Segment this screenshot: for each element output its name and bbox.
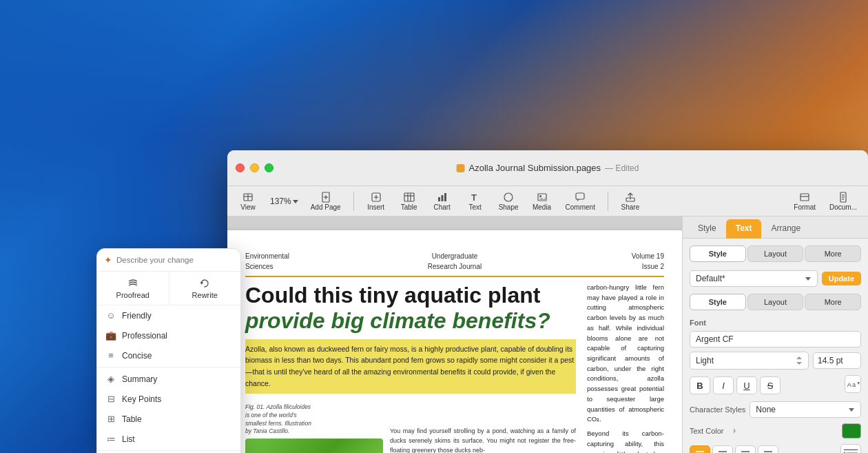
tab-arrange[interactable]: Arrange (761, 219, 810, 239)
window-title: Azolla Journal Submission.pages (469, 163, 601, 173)
ai-friendly-item[interactable]: ☺ Friendly (97, 305, 240, 325)
paragraph-style-value: Default* (696, 274, 725, 283)
update-button[interactable]: Update (822, 272, 861, 285)
svg-point-18 (504, 193, 513, 201)
zoom-control[interactable]: 137% (266, 194, 302, 208)
text-more-btn[interactable]: More (805, 294, 861, 310)
media-label: Media (533, 203, 551, 211)
right-column: carbon-hungry little fern may have playe… (587, 283, 664, 453)
svg-marker-23 (577, 199, 579, 201)
svg-rect-16 (444, 193, 446, 201)
insert-button[interactable]: Insert (361, 190, 391, 213)
ai-summary-item[interactable]: ◈ Summary (97, 369, 240, 389)
ai-panel: ✦ Proofread Rewrite ☺ Friendly 💼 Profess… (96, 248, 241, 453)
proofread-button[interactable]: Proofread (97, 272, 169, 305)
document-label: Docum... (829, 203, 857, 211)
caption-line4: by Tania Castillo. (245, 427, 383, 436)
font-size-value: 14.5 pt (818, 356, 843, 365)
view-button[interactable]: View (233, 190, 263, 213)
concise-icon: ≡ (105, 350, 116, 361)
paragraph-style-row: Default* Update (690, 270, 861, 287)
caption-line2: is one of the world's (245, 412, 383, 420)
table-label: Table (401, 203, 417, 211)
header-label-3: Volume 19 (524, 251, 664, 261)
toolbar-separator-2 (608, 192, 608, 211)
comment-button[interactable]: Comment (560, 190, 601, 213)
tab-style[interactable]: Style (688, 219, 726, 239)
table-label: Table (122, 414, 142, 424)
alignment-row (690, 444, 861, 453)
font-name-field[interactable]: Argent CF (690, 331, 861, 348)
media-button[interactable]: Media (527, 190, 557, 213)
text-style-btn[interactable]: Style (690, 294, 746, 310)
shape-label: Shape (499, 203, 519, 211)
figure-area: Fig. 01. Azolla filiculoides is one of t… (245, 399, 576, 453)
ai-list-item[interactable]: ≔ List (97, 429, 240, 449)
ai-professional-item[interactable]: 💼 Professional (97, 325, 240, 345)
body-bottom-p1: You may find yourself strolling by a pon… (390, 427, 576, 453)
share-button[interactable]: Share (615, 190, 645, 213)
char-styles-label: Character Styles (690, 405, 745, 414)
style-btn-layout[interactable]: Layout (747, 245, 804, 262)
paragraph-style-dropdown[interactable]: Default* (690, 270, 818, 287)
rewrite-button[interactable]: Rewrite (169, 272, 241, 305)
zoom-value: 137% (270, 197, 291, 206)
text-options-button[interactable]: A a (845, 375, 861, 396)
svg-marker-43 (796, 362, 802, 365)
text-layout-btn[interactable]: Layout (747, 294, 804, 310)
font-size-field[interactable]: 14.5 pt (813, 352, 861, 369)
ai-table-item[interactable]: ⊞ Table (97, 409, 240, 429)
style-btn-more[interactable]: More (805, 245, 861, 262)
shape-button[interactable]: Shape (493, 190, 524, 213)
list-label: List (122, 434, 135, 444)
indent-button[interactable] (840, 444, 861, 453)
svg-point-20 (539, 195, 541, 197)
strikethrough-button[interactable]: S (760, 376, 781, 394)
align-justify-button[interactable] (758, 445, 778, 453)
align-right-button[interactable] (735, 445, 756, 453)
add-page-label: Add Page (311, 203, 341, 211)
align-center-button[interactable] (712, 445, 733, 453)
chart-button[interactable]: Chart (427, 190, 457, 213)
bold-button[interactable]: B (690, 376, 710, 394)
table-button[interactable]: Table (394, 190, 424, 213)
title-line1: Could this tiny aquatic plant (245, 283, 540, 308)
add-page-button[interactable]: Add Page (305, 190, 347, 213)
ai-key-points-item[interactable]: ⊟ Key Points (97, 389, 240, 409)
titlebar: Azolla Journal Submission.pages — Edited (227, 150, 868, 186)
char-styles-dropdown[interactable]: None (750, 401, 861, 418)
svg-marker-21 (538, 197, 547, 201)
close-button[interactable] (236, 163, 245, 172)
minimize-button[interactable] (250, 163, 259, 172)
char-styles-row: Character Styles None (690, 401, 861, 418)
ai-divider-2 (97, 450, 240, 451)
align-left-button[interactable] (690, 445, 710, 453)
main-window: Azolla Journal Submission.pages — Edited… (227, 150, 868, 453)
text-style-row: Style Layout More (690, 294, 861, 310)
body-bottom-text: You may find yourself strolling by a pon… (390, 399, 576, 453)
rewrite-label: Rewrite (192, 291, 218, 299)
underline-button[interactable]: U (736, 376, 757, 394)
document-button[interactable]: Docum... (824, 190, 862, 213)
text-color-swatch[interactable] (842, 423, 861, 439)
header-sub-2: Research Journal (385, 261, 525, 272)
italic-button[interactable]: I (713, 376, 734, 394)
ai-concise-item[interactable]: ≡ Concise (97, 345, 240, 365)
concise-label: Concise (122, 351, 152, 361)
char-styles-value: None (756, 405, 776, 414)
ai-describe-input[interactable] (116, 256, 234, 264)
header-col-3: Volume 19 Issue 2 (524, 251, 664, 272)
style-layout-row: Style Layout More (690, 245, 861, 262)
font-style-dropdown[interactable]: Light (690, 352, 809, 370)
caption-line1: Fig. 01. Azolla filiculoides (245, 403, 383, 412)
fullscreen-button[interactable] (265, 163, 273, 172)
document-area[interactable]: Environmental Sciences Undergraduate Res… (227, 217, 682, 453)
text-button[interactable]: T Text (460, 190, 490, 213)
format-button[interactable]: Format (788, 190, 821, 213)
svg-marker-41 (805, 277, 811, 281)
style-btn-style[interactable]: Style (690, 245, 746, 262)
header-label-1: Environmental (245, 251, 385, 261)
tab-text[interactable]: Text (726, 219, 762, 239)
font-section-label: Font (690, 319, 861, 327)
summary-icon: ◈ (105, 374, 116, 384)
